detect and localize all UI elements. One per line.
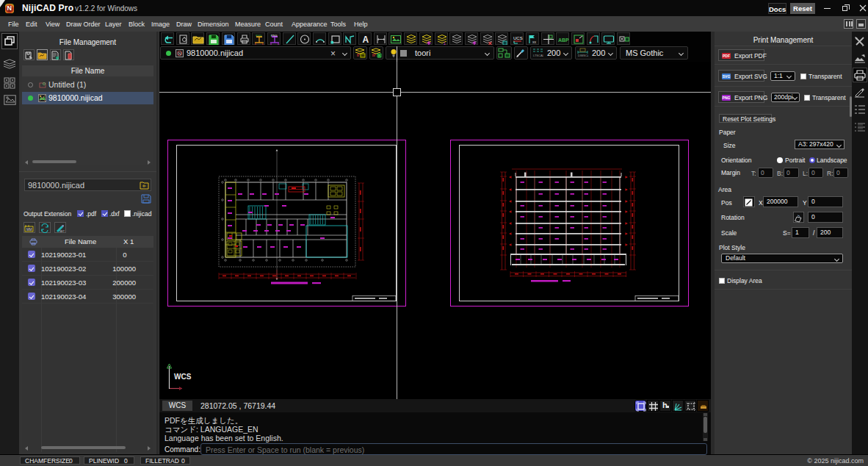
svg-text:B: B <box>378 54 380 58</box>
svg-text:ABP: ABP <box>558 37 569 43</box>
svg-text:WCS: WCS <box>174 373 192 381</box>
svg-text:xx: xx <box>532 40 537 44</box>
svg-text:N: N <box>178 51 181 56</box>
svg-text:DIMSCALE: DIMSCALE <box>578 54 588 57</box>
svg-text:SET: SET <box>59 230 65 233</box>
svg-text:A: A <box>363 35 369 45</box>
svg-text:UCS: UCS <box>513 36 523 40</box>
svg-text:MM: MM <box>26 228 32 232</box>
svg-text:1: 1 <box>444 41 446 45</box>
svg-text:LTSCALE: LTSCALE <box>533 54 543 57</box>
svg-text:SVG: SVG <box>256 34 261 37</box>
svg-text:PNG: PNG <box>271 34 278 37</box>
